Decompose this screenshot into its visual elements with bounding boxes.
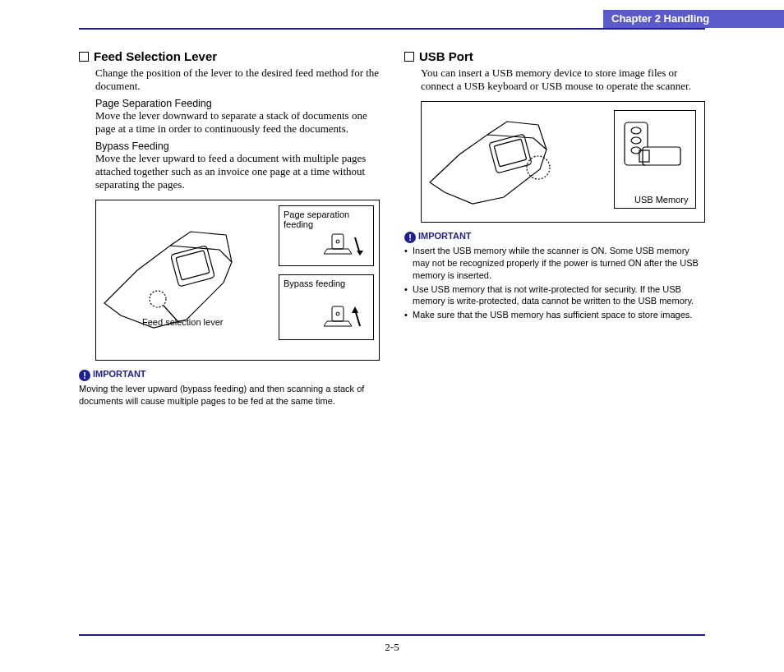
- section-usb-port: USB Port You can insert a USB memory dev…: [404, 49, 705, 321]
- lever-down-icon: [324, 229, 368, 262]
- svg-point-2: [150, 291, 166, 307]
- usb-port-figure: USB Memory: [421, 101, 705, 223]
- usb-important-label: IMPORTANT: [418, 231, 472, 241]
- feed-lever-figure: Feed selection lever Page separation fee…: [95, 200, 380, 361]
- feed-lever-title: Feed Selection Lever: [94, 49, 217, 63]
- square-bullet-icon: [404, 52, 414, 62]
- usb-bullet-3: Make sure that the USB memory has suffic…: [404, 309, 705, 321]
- feed-important-body: Moving the lever upward (bypass feeding)…: [79, 383, 380, 407]
- svg-point-7: [336, 312, 339, 315]
- usb-memory-inset: USB Memory: [614, 110, 696, 209]
- usb-memory-label: USB Memory: [634, 195, 688, 205]
- bypass-feeding-heading: Bypass Feeding: [95, 140, 380, 152]
- usb-memory-detail-icon: [615, 111, 697, 193]
- header-divider: [79, 28, 705, 30]
- lever-up-icon: [324, 300, 368, 336]
- svg-rect-15: [643, 147, 680, 165]
- usb-bullet-2: Use USB memory that is not write-protect…: [404, 283, 705, 308]
- usb-port-title: USB Port: [419, 49, 473, 63]
- svg-point-13: [631, 137, 641, 144]
- feed-lever-heading: Feed Selection Lever: [79, 49, 380, 63]
- usb-bullet-1: Insert the USB memory while the scanner …: [404, 245, 705, 282]
- section-feed-lever: Feed Selection Lever Change the position…: [79, 49, 380, 407]
- footer-divider: [79, 634, 705, 636]
- feed-important-label: IMPORTANT: [93, 369, 146, 379]
- svg-rect-4: [332, 234, 344, 249]
- bypass-feeding-inset: Bypass feeding: [279, 274, 374, 340]
- scanner-usb-line-art-icon: [422, 102, 594, 217]
- usb-important-bullets: Insert the USB memory while the scanner …: [404, 245, 705, 321]
- feed-lever-callout-label: Feed selection lever: [142, 317, 223, 327]
- important-icon: !: [79, 370, 90, 381]
- svg-point-12: [631, 127, 641, 134]
- feed-lever-intro: Change the position of the lever to the …: [95, 67, 380, 93]
- usb-important-header: !IMPORTANT: [404, 229, 705, 243]
- svg-rect-6: [332, 306, 344, 321]
- usb-port-intro: You can insert a USB memory device to st…: [421, 67, 705, 93]
- bypass-feeding-body: Move the lever upward to feed a document…: [95, 152, 380, 191]
- content-columns: Feed Selection Lever Change the position…: [79, 49, 705, 614]
- usb-port-heading: USB Port: [404, 49, 705, 63]
- feed-important-header: !IMPORTANT: [79, 367, 380, 381]
- chapter-header: Chapter 2 Handling: [603, 10, 784, 28]
- page-separation-inset: Page separation feeding: [279, 205, 374, 266]
- page-separation-heading: Page Separation Feeding: [95, 98, 380, 109]
- bypass-feeding-inset-label: Bypass feeding: [284, 278, 369, 288]
- page-number: 2-5: [0, 641, 784, 654]
- page-separation-body: Move the lever downward to separate a st…: [95, 109, 380, 136]
- square-bullet-icon: [79, 52, 89, 62]
- svg-point-5: [336, 240, 339, 243]
- page-separation-inset-label: Page separation feeding: [284, 209, 369, 229]
- svg-rect-9: [494, 139, 527, 167]
- important-icon: !: [404, 232, 416, 243]
- svg-rect-1: [176, 251, 210, 280]
